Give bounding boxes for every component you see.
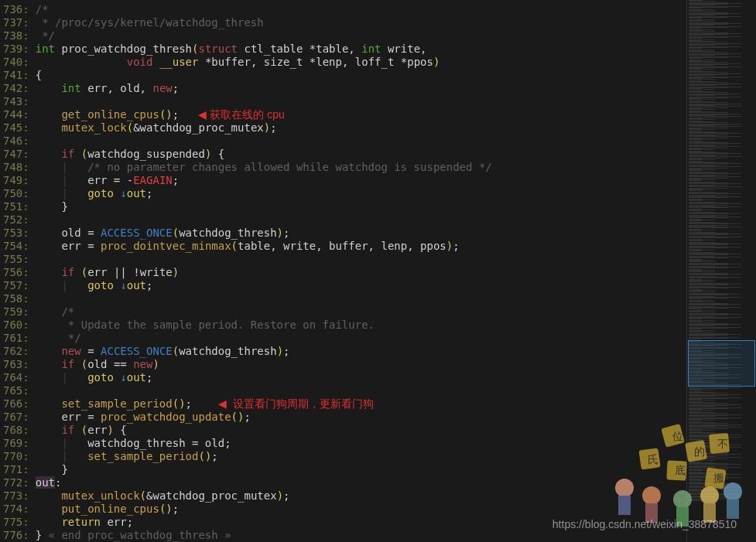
line-number: 746: (3, 135, 29, 148)
line-number: 767: (3, 411, 29, 424)
line-number: 755: (3, 253, 29, 266)
line-number: 738: (3, 29, 29, 43)
code-line[interactable]: if (old == new) (36, 358, 686, 371)
csdn-mascot-decoration: 位 的 不 氏 底 搬 (586, 403, 756, 527)
line-number: 745: (3, 121, 29, 135)
line-number: 740: (3, 56, 29, 69)
line-number: 769: (3, 437, 29, 450)
line-number: 739: (3, 43, 29, 56)
svg-point-12 (615, 479, 634, 497)
svg-text:底: 底 (675, 465, 686, 476)
line-number: 742: (3, 82, 29, 95)
code-line[interactable]: */ (36, 332, 686, 345)
code-line[interactable]: | /* no parameter changes allowed while … (36, 161, 686, 174)
svg-text:搬: 搬 (713, 472, 724, 484)
line-number: 775: (3, 516, 29, 529)
line-number: 756: (3, 266, 29, 279)
line-number: 772: (3, 476, 29, 489)
line-number: 750: (3, 187, 29, 200)
line-number: 759: (3, 305, 29, 319)
line-number: 776: (3, 529, 29, 542)
code-line[interactable]: } « end proc_watchdog_thresh » (36, 529, 686, 542)
line-number: 753: (3, 227, 29, 240)
line-number: 761: (3, 332, 29, 345)
line-number: 760: (3, 319, 29, 332)
code-line[interactable]: err = proc_dointvec_minmax(table, write,… (36, 240, 686, 253)
code-line[interactable]: | err = -EAGAIN; (36, 174, 686, 187)
code-line[interactable]: int err, old, new; (36, 82, 686, 95)
line-number: 763: (3, 358, 29, 371)
code-line[interactable]: if (watchdog_suspended) { (36, 148, 686, 161)
code-line[interactable]: /* (36, 3, 686, 16)
code-line[interactable]: void __user *buffer, size_t *lenp, loff_… (36, 56, 686, 69)
code-line[interactable]: new = ACCESS_ONCE(watchdog_thresh); (36, 345, 686, 358)
line-number: 751: (3, 200, 29, 213)
line-number: 736: (3, 3, 29, 16)
line-number: 757: (3, 279, 29, 292)
code-line[interactable]: */ (36, 29, 686, 43)
line-number: 748: (3, 161, 29, 174)
svg-point-13 (642, 486, 661, 505)
code-line[interactable]: * Update the sample period. Restore on f… (36, 319, 686, 332)
line-number: 737: (3, 16, 29, 29)
line-number: 758: (3, 292, 29, 305)
line-number-gutter: 736:737:738:739:740:741:742:743:744:745:… (0, 0, 36, 542)
svg-point-15 (700, 486, 719, 505)
code-line[interactable]: mutex_lock(&watchdog_proc_mutex); (36, 121, 686, 135)
line-number: 744: (3, 108, 29, 121)
svg-point-14 (673, 490, 692, 509)
code-line[interactable] (36, 95, 686, 108)
code-line[interactable]: /* (36, 305, 686, 319)
svg-text:位: 位 (672, 431, 683, 442)
line-number: 747: (3, 148, 29, 161)
line-number: 766: (3, 397, 29, 411)
line-number: 762: (3, 345, 29, 358)
watermark-text: https://blog.csdn.net/weixin_38878510 (552, 518, 737, 530)
code-line[interactable]: | goto ↓out; (36, 187, 686, 200)
code-line[interactable]: { (36, 69, 686, 82)
code-line[interactable]: old = ACCESS_ONCE(watchdog_thresh); (36, 227, 686, 240)
line-number: 741: (3, 69, 29, 82)
line-number: 768: (3, 424, 29, 437)
code-line[interactable]: | goto ↓out; (36, 371, 686, 384)
svg-rect-21 (727, 499, 739, 519)
code-line[interactable]: * /proc/sys/kernel/watchdog_thresh (36, 16, 686, 29)
code-line[interactable] (36, 384, 686, 397)
line-number: 773: (3, 489, 29, 503)
svg-rect-17 (618, 496, 631, 515)
line-number: 774: (3, 503, 29, 516)
minimap-viewport-indicator[interactable] (688, 340, 755, 387)
line-number: 764: (3, 371, 29, 384)
code-line[interactable]: int proc_watchdog_thresh(struct ctl_tabl… (36, 43, 686, 56)
svg-point-16 (724, 482, 742, 501)
line-number: 752: (3, 213, 29, 227)
svg-text:氏: 氏 (648, 454, 659, 465)
code-line[interactable]: } (36, 200, 686, 213)
line-number: 765: (3, 384, 29, 397)
code-line[interactable] (36, 253, 686, 266)
svg-text:不: 不 (717, 438, 728, 450)
line-number: 771: (3, 463, 29, 476)
code-line[interactable]: if (err || !write) (36, 266, 686, 279)
line-number: 749: (3, 174, 29, 187)
code-line[interactable] (36, 135, 686, 148)
line-number: 770: (3, 450, 29, 463)
code-line[interactable] (36, 292, 686, 305)
code-line[interactable]: | goto ↓out; (36, 279, 686, 292)
line-number: 743: (3, 95, 29, 108)
code-line[interactable] (36, 213, 686, 227)
svg-text:的: 的 (694, 446, 705, 458)
code-line[interactable]: get_online_cpus(); ◀ 获取在线的 cpu (36, 108, 686, 121)
line-number: 754: (3, 240, 29, 253)
